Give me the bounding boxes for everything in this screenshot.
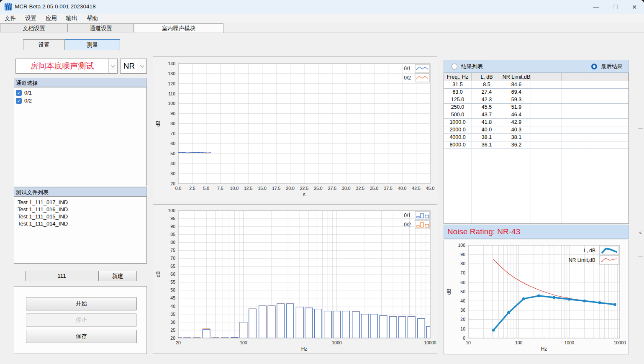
table-row[interactable]: 500.043.746.4 bbox=[444, 111, 629, 119]
test-type-dropdown[interactable]: 房间本底噪声测试 bbox=[15, 59, 118, 74]
save-button[interactable]: 保存 bbox=[26, 330, 137, 343]
svg-text:10000: 10000 bbox=[613, 340, 626, 345]
table-cell: 31.5 bbox=[444, 81, 472, 88]
svg-text:40: 40 bbox=[170, 304, 175, 309]
table-header-cell bbox=[592, 73, 629, 81]
table-cell bbox=[531, 104, 562, 111]
table-cell bbox=[592, 149, 629, 156]
y-axis-label: dB bbox=[155, 120, 161, 127]
svg-text:20: 20 bbox=[460, 317, 465, 322]
table-row[interactable]: 250.045.551.9 bbox=[444, 104, 629, 111]
table-cell bbox=[562, 89, 592, 96]
table-row[interactable]: 2000.040.040.3 bbox=[444, 126, 629, 134]
table-cell: 51.9 bbox=[502, 104, 531, 111]
channel-row[interactable]: ✓0/1 bbox=[14, 89, 146, 97]
table-row[interactable]: 8000.036.136.2 bbox=[444, 141, 629, 149]
table-cell bbox=[592, 177, 629, 185]
tab-doc-settings[interactable]: 文档设置 bbox=[0, 23, 68, 32]
last-result-label: 最后结果 bbox=[601, 63, 623, 70]
table-cell bbox=[472, 185, 502, 192]
table-cell bbox=[531, 111, 562, 118]
table-cell bbox=[502, 149, 531, 156]
last-result-radio[interactable]: 最后结果 bbox=[591, 63, 623, 70]
file-name-input[interactable] bbox=[25, 271, 98, 281]
collapse-panel-handle[interactable]: < bbox=[638, 128, 643, 256]
tab-channel-settings[interactable]: 通道设置 bbox=[68, 23, 134, 32]
stop-button[interactable]: 停止 bbox=[26, 313, 137, 327]
table-cell bbox=[502, 192, 531, 199]
table-cell bbox=[592, 119, 629, 126]
table-cell bbox=[472, 220, 502, 224]
svg-text:20: 20 bbox=[170, 336, 175, 341]
maximize-icon[interactable] bbox=[606, 0, 625, 14]
table-row[interactable]: 63.027.469.4 bbox=[444, 89, 629, 96]
table-row bbox=[444, 213, 629, 220]
table-row[interactable]: 31.58.584.6 bbox=[444, 81, 629, 89]
start-button[interactable]: 开始 bbox=[26, 297, 137, 310]
table-cell bbox=[531, 206, 562, 213]
result-mode-bar: 结果列表 最后结果 bbox=[444, 60, 629, 73]
table-cell: 84.6 bbox=[502, 81, 531, 88]
table-cell bbox=[472, 177, 502, 185]
subtab-settings[interactable]: 设置 bbox=[23, 39, 65, 50]
legend-swatch-icon bbox=[600, 256, 619, 264]
table-row[interactable]: 4000.038.138.1 bbox=[444, 134, 629, 141]
test-file-list-header: 测试文件列表 bbox=[14, 187, 147, 196]
table-cell bbox=[592, 199, 629, 206]
file-list-item[interactable]: Test 1_111_014_IND bbox=[14, 220, 146, 227]
menu-item-file[interactable]: 文件 bbox=[0, 14, 21, 23]
table-row[interactable]: 125.042.359.3 bbox=[444, 96, 629, 104]
svg-text:65: 65 bbox=[170, 264, 175, 269]
table-row bbox=[444, 149, 629, 156]
subtab-measure[interactable]: 测量 bbox=[65, 39, 120, 50]
file-list-item[interactable]: Test 1_111_016_IND bbox=[14, 206, 146, 213]
table-cell: 125.0 bbox=[444, 96, 472, 103]
table-cell: 42.9 bbox=[502, 119, 531, 126]
table-cell bbox=[472, 170, 502, 177]
table-cell bbox=[502, 163, 531, 170]
svg-text:60: 60 bbox=[170, 272, 175, 277]
table-cell bbox=[472, 163, 502, 170]
table-cell bbox=[444, 192, 472, 199]
table-cell bbox=[444, 156, 472, 163]
x-axis-label: s bbox=[303, 192, 305, 197]
svg-text:25: 25 bbox=[170, 328, 175, 333]
channel-row[interactable]: ✓0/2 bbox=[14, 97, 146, 105]
table-cell bbox=[531, 156, 562, 163]
file-list-item[interactable]: Test 1_111_015_IND bbox=[14, 213, 146, 220]
table-cell bbox=[592, 81, 629, 88]
menu-bar: 文件设置应用输出帮助 bbox=[0, 14, 644, 23]
table-cell: 63.0 bbox=[444, 89, 472, 96]
channel-select-header: 通道选择 bbox=[14, 78, 147, 87]
table-cell: 41.8 bbox=[472, 119, 502, 126]
menu-item-output[interactable]: 输出 bbox=[62, 14, 82, 23]
svg-text:30.0: 30.0 bbox=[342, 186, 351, 191]
table-cell: 40.0 bbox=[472, 126, 502, 133]
svg-text:35: 35 bbox=[170, 312, 175, 317]
table-cell bbox=[502, 220, 531, 224]
result-list-radio[interactable]: 结果列表 bbox=[452, 63, 483, 70]
tab-room-noise-module[interactable]: 室内噪声模块 bbox=[134, 23, 223, 33]
rating-type-dropdown[interactable]: NR bbox=[120, 59, 147, 74]
test-type-value: 房间本底噪声测试 bbox=[16, 61, 108, 72]
svg-text:50: 50 bbox=[460, 289, 465, 294]
new-button[interactable]: 新建 bbox=[98, 271, 137, 281]
table-cell bbox=[562, 185, 592, 192]
menu-item-help[interactable]: 帮助 bbox=[82, 14, 103, 23]
menu-item-settings[interactable]: 设置 bbox=[21, 14, 41, 23]
table-cell bbox=[444, 199, 472, 206]
table-cell bbox=[531, 220, 562, 224]
minimize-icon[interactable]: — bbox=[586, 0, 606, 14]
title-bar: MCR Beta 2.05.0.001 20230418 — ✕ bbox=[0, 0, 644, 14]
noise-rating-text: Noise Rating: NR-43 bbox=[444, 227, 520, 236]
table-row bbox=[444, 185, 629, 192]
table-cell bbox=[531, 170, 562, 177]
svg-text:25.0: 25.0 bbox=[314, 186, 323, 191]
table-row[interactable]: 1000.041.842.9 bbox=[444, 119, 629, 126]
table-cell bbox=[562, 149, 592, 156]
menu-item-apply[interactable]: 应用 bbox=[41, 14, 62, 23]
table-cell: 500.0 bbox=[444, 111, 472, 118]
file-list-item[interactable]: Test 1_111_017_IND bbox=[14, 199, 146, 206]
svg-text:2.5: 2.5 bbox=[189, 186, 195, 191]
close-icon[interactable]: ✕ bbox=[625, 0, 644, 14]
